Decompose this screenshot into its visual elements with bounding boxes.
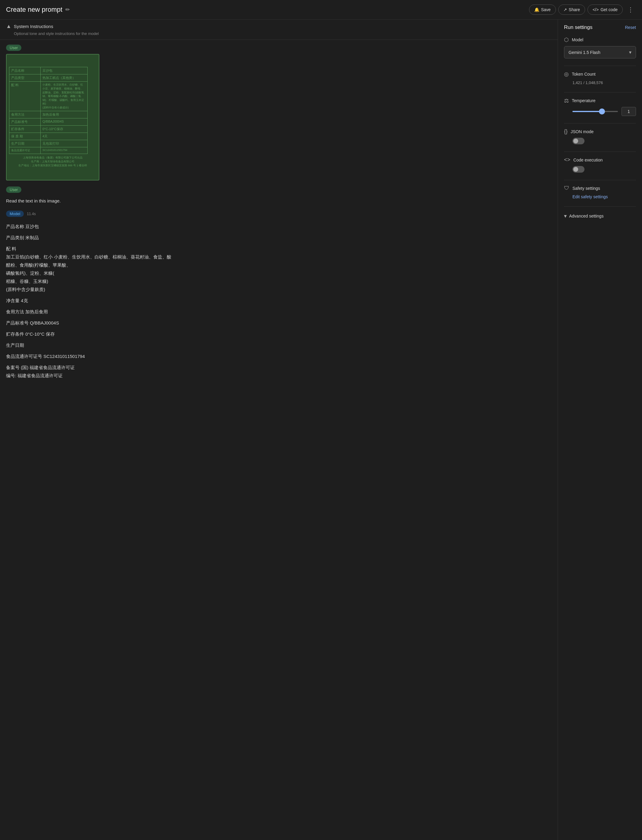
json-mode-section: {} JSON mode <box>564 128 636 144</box>
message-block-user-text: User Read the text in this image. <box>6 187 552 205</box>
table-row: 配 料 小麦粉、生活饮用水、白砂糖、红小豆、麦芽糖浆、植物油、酵母、起酥油、淀粉… <box>9 82 88 111</box>
run-settings-header: Run settings Reset <box>564 24 636 31</box>
code-execution-toggle-container <box>572 166 636 173</box>
food-label-table: 产品名称 豆沙包 产品类型 热加工糕点（其他类） 配 料 小麦粉、生活饮用水、白… <box>9 67 88 154</box>
code-section-header: <> Code execution <box>564 157 636 163</box>
model-icon: ⬡ <box>564 36 569 43</box>
json-mode-title: JSON mode <box>571 129 593 134</box>
main-layout: ▲ System Instructions Optional tone and … <box>0 19 642 840</box>
model-dropdown[interactable]: Gemini 1.5 Flash ▾ <box>564 46 636 58</box>
save-icon: 🔔 <box>534 7 539 12</box>
header: Create new prompt ✏ 🔔 Save ↗ Share </> G… <box>0 0 642 19</box>
token-count-section: ◎ Token Count 1,421 / 1,048,576 <box>564 71 636 85</box>
table-row: 保 质 期 4天 <box>9 133 88 140</box>
temperature-input[interactable] <box>621 107 636 116</box>
table-row: 产品标准号 Q/BBAJ0004S <box>9 118 88 125</box>
table-row: 产品类型 热加工糕点（其他类） <box>9 75 88 82</box>
user-badge-2: User <box>6 187 21 193</box>
food-label-footer: 上海强美绿色食品（集团）有限公司旗下公司出品 生产商：上海天智绿色食品有限公司 … <box>9 156 96 167</box>
header-right: 🔔 Save ↗ Share </> Get code ⋮ <box>529 3 636 16</box>
get-code-label: Get code <box>600 7 618 12</box>
header-left: Create new prompt ✏ <box>6 6 70 13</box>
slider-thumb[interactable] <box>599 109 605 114</box>
code-icon: </> <box>593 7 599 12</box>
token-section-header: ◎ Token Count <box>564 71 636 78</box>
token-section-title: Token Count <box>572 72 596 76</box>
slider-fill <box>572 111 602 112</box>
divider-3 <box>564 123 636 123</box>
shield-icon: 🛡 <box>564 185 569 191</box>
right-panel: Run settings Reset ⬡ Model Gemini 1.5 Fl… <box>558 19 642 840</box>
table-row: 贮存条件 0°C-10°C保存 <box>9 125 88 133</box>
share-label: Share <box>569 7 580 12</box>
table-row: 产品名称 豆沙包 <box>9 67 88 75</box>
reset-button[interactable]: Reset <box>625 25 636 30</box>
system-instructions-title: System Instructions <box>14 24 53 29</box>
temperature-slider-container <box>572 107 636 116</box>
json-mode-toggle-container <box>572 138 636 144</box>
json-mode-toggle[interactable] <box>572 138 584 144</box>
temperature-section-header: ⚖ Temperature <box>564 97 636 104</box>
user-text: Read the text in this image. <box>6 198 552 205</box>
divider-1 <box>564 66 636 66</box>
divider-6 <box>564 206 636 207</box>
table-row: 生产日期 见包装打印 <box>9 140 88 147</box>
run-settings-title: Run settings <box>564 24 593 31</box>
model-section-header: ⬡ Model <box>564 36 636 43</box>
code-execution-section: <> Code execution <box>564 157 636 173</box>
model-section: ⬡ Model Gemini 1.5 Flash ▾ <box>564 36 636 58</box>
message-block-user-image: User 产品名称 豆沙包 产品类型 <box>6 45 552 180</box>
table-row: 食用方法 加热后食用 <box>9 111 88 118</box>
temperature-slider[interactable] <box>572 109 618 114</box>
safety-settings-section: 🛡 Safety settings Edit safety settings <box>564 185 636 199</box>
json-section-header: {} JSON mode <box>564 128 636 135</box>
save-label: Save <box>541 7 551 12</box>
chat-area[interactable]: User 产品名称 豆沙包 产品类型 <box>0 40 558 840</box>
divider-5 <box>564 180 636 180</box>
thermometer-icon: ⚖ <box>564 97 569 104</box>
system-instructions-header[interactable]: ▲ System Instructions <box>6 23 552 29</box>
safety-section-header: 🛡 Safety settings <box>564 185 636 191</box>
table-row: 食品流通许可证 SC12431011501794 <box>9 147 88 154</box>
model-badge: Model <box>6 211 24 217</box>
json-icon: {} <box>564 128 567 135</box>
model-response-text: 产品名称 豆沙包 产品类别 米制品 配 料 加工豆馅(白砂糖、红小 小麦粉、生饮… <box>6 223 552 380</box>
safety-settings-title: Safety settings <box>572 186 600 191</box>
temperature-title: Temperature <box>572 98 596 103</box>
message-block-model: Model 11.4s 产品名称 豆沙包 产品类别 米制品 配 料 加工豆馅(白… <box>6 211 552 380</box>
code-execution-icon: <> <box>564 157 570 163</box>
advanced-settings-header[interactable]: ▾ Advanced settings <box>564 211 636 221</box>
divider-4 <box>564 151 636 152</box>
more-options-button[interactable]: ⋮ <box>625 3 636 16</box>
user-badge-1: User <box>6 45 21 51</box>
code-execution-title: Code execution <box>573 158 603 162</box>
edit-safety-settings-link[interactable]: Edit safety settings <box>572 194 636 199</box>
edit-icon[interactable]: ✏ <box>65 6 70 13</box>
system-instructions-hint: Optional tone and style instructions for… <box>14 31 552 36</box>
code-execution-toggle[interactable] <box>572 166 584 173</box>
chevron-down-icon: ▾ <box>629 49 631 55</box>
token-count-value: 1,421 / 1,048,576 <box>572 80 636 85</box>
advanced-settings-title: Advanced settings <box>569 214 603 218</box>
temperature-section: ⚖ Temperature <box>564 97 636 116</box>
share-icon: ↗ <box>563 7 567 12</box>
share-button[interactable]: ↗ Share <box>558 5 585 15</box>
advanced-settings-section: ▾ Advanced settings <box>564 211 636 221</box>
app-container: Create new prompt ✏ 🔔 Save ↗ Share </> G… <box>0 0 642 840</box>
token-icon: ◎ <box>564 71 569 78</box>
model-selected-value: Gemini 1.5 Flash <box>569 50 600 55</box>
slider-track <box>572 111 618 112</box>
food-label-image: 产品名称 豆沙包 产品类型 热加工糕点（其他类） 配 料 小麦粉、生活饮用水、白… <box>6 54 99 180</box>
get-code-button[interactable]: </> Get code <box>587 5 623 15</box>
model-section-title: Model <box>572 37 583 42</box>
system-instructions: ▲ System Instructions Optional tone and … <box>0 19 558 40</box>
page-title: Create new prompt <box>6 6 62 13</box>
divider-2 <box>564 92 636 93</box>
save-button[interactable]: 🔔 Save <box>529 5 556 15</box>
left-panel: ▲ System Instructions Optional tone and … <box>0 19 558 840</box>
advanced-chevron-icon: ▾ <box>564 213 567 219</box>
model-time: 11.4s <box>27 212 36 216</box>
collapse-icon: ▲ <box>6 23 11 29</box>
